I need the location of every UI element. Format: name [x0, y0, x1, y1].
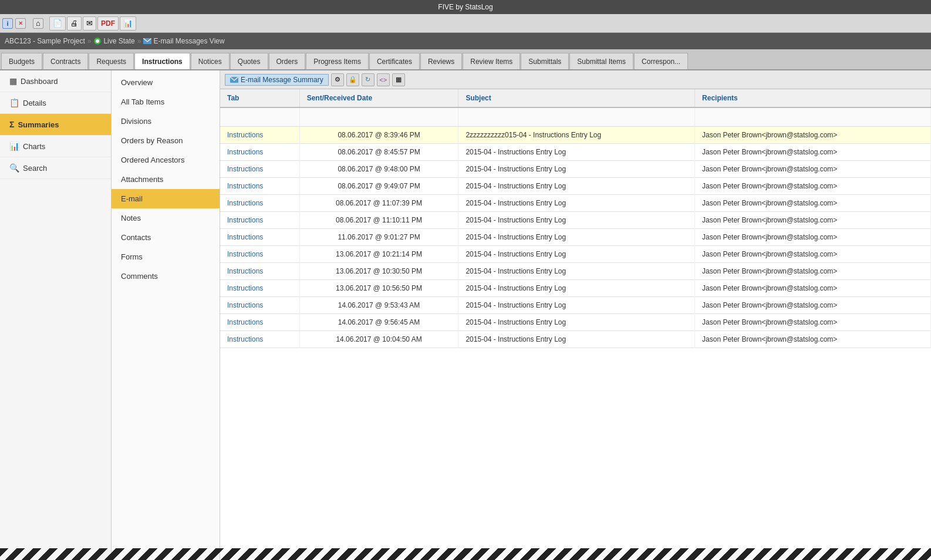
table-row[interactable]: Instructions08.06.2017 @ 8:39:46 PM2zzzz… [220, 126, 931, 143]
cell-tab: Instructions [220, 262, 299, 279]
tab-contracts[interactable]: Contracts [43, 53, 88, 69]
cell-date: 14.06.2017 @ 9:56:45 AM [299, 313, 458, 330]
tab-reviews[interactable]: Reviews [420, 53, 462, 69]
cell-tab: Instructions [220, 228, 299, 245]
cell-tab: Instructions [220, 279, 299, 296]
cell-date: 08.06.2017 @ 9:48:00 PM [299, 160, 458, 177]
view-breadcrumb[interactable]: E-mail Messages View [153, 37, 224, 45]
tab-submittal-items[interactable]: Submittal Items [569, 53, 633, 69]
cell-date: 13.06.2017 @ 10:21:14 PM [299, 245, 458, 262]
col-header-date: Sent/Received Date [299, 89, 458, 107]
chart-icon: 📊 [9, 141, 19, 151]
tab-correspon[interactable]: Correspon... [634, 53, 688, 69]
email-breadcrumb-icon [143, 38, 151, 44]
pdf-button[interactable]: PDF [97, 16, 119, 31]
tab-budgets[interactable]: Budgets [1, 53, 42, 69]
settings-button[interactable]: ⚙ [331, 73, 344, 86]
sep2: » [137, 37, 141, 45]
cell-tab: Instructions [220, 211, 299, 228]
live-state-icon [93, 37, 102, 45]
cell-recipients: Jason Peter Brown<jbrown@statslog.com> [695, 262, 931, 279]
tab-instructions[interactable]: Instructions [134, 53, 190, 69]
search-icon: 🔍 [9, 163, 19, 173]
cell-subject: 2015-04 - Instructions Entry Log [458, 262, 695, 279]
tab-requests[interactable]: Requests [89, 53, 134, 69]
cell-tab: Instructions [220, 330, 299, 348]
close-button[interactable]: ✕ [15, 18, 26, 29]
cell-subject: 2015-04 - Instructions Entry Log [458, 194, 695, 211]
breadcrumb-bar: ABC123 - Sample Project » Live State » E… [0, 33, 931, 49]
tab-review-items[interactable]: Review Items [463, 53, 520, 69]
home-button[interactable]: ⌂ [33, 18, 43, 29]
sidebar-label-details: Details [23, 99, 46, 107]
table-body: Instructions08.06.2017 @ 8:39:46 PM2zzzz… [220, 107, 931, 348]
sigma-icon: Σ [9, 120, 14, 129]
second-sidebar-comments[interactable]: Comments [112, 266, 220, 286]
cell-date: 08.06.2017 @ 8:39:46 PM [299, 126, 458, 143]
sidebar-item-search[interactable]: 🔍 Search [0, 157, 111, 179]
second-sidebar-all-tab-items[interactable]: All Tab Items [112, 92, 220, 112]
view-header: E-mail Message Summary ⚙ 🔒 ↻ <> ▦ [220, 70, 931, 89]
sidebar-item-dashboard[interactable]: ▦ Dashboard [0, 70, 111, 92]
refresh-button[interactable]: ↻ [362, 73, 375, 86]
second-sidebar-forms[interactable]: Forms [112, 247, 220, 266]
table-row[interactable]: Instructions08.06.2017 @ 11:07:39 PM2015… [220, 194, 931, 211]
tab-progress-items[interactable]: Progress Items [306, 53, 369, 69]
table-row[interactable]: Instructions08.06.2017 @ 9:49:07 PM2015-… [220, 177, 931, 194]
second-sidebar-attachments[interactable]: Attachments [112, 170, 220, 189]
cell-recipients: Jason Peter Brown<jbrown@statslog.com> [695, 313, 931, 330]
second-sidebar-email[interactable]: E-mail [112, 189, 220, 208]
table-row[interactable]: Instructions14.06.2017 @ 9:56:45 AM2015-… [220, 313, 931, 330]
tab-orders[interactable]: Orders [269, 53, 306, 69]
second-sidebar-contacts[interactable]: Contacts [112, 228, 220, 247]
table-row[interactable]: Instructions08.06.2017 @ 9:48:00 PM2015-… [220, 160, 931, 177]
report-button[interactable]: 📊 [120, 16, 136, 31]
table-row[interactable]: Instructions08.06.2017 @ 8:45:57 PM2015-… [220, 143, 931, 160]
cell-tab: Instructions [220, 194, 299, 211]
cell-tab: Instructions [220, 160, 299, 177]
table-row[interactable]: Instructions11.06.2017 @ 9:01:27 PM2015-… [220, 228, 931, 245]
sidebar-item-details[interactable]: 📋 Details [0, 92, 111, 114]
email-button[interactable]: ✉ [83, 16, 96, 31]
cell-tab: Instructions [220, 296, 299, 313]
print-button[interactable]: 🖨 [67, 16, 82, 31]
sidebar-label-dashboard: Dashboard [21, 77, 58, 86]
cell-recipients: Jason Peter Brown<jbrown@statslog.com> [695, 296, 931, 313]
view-title: E-mail Message Summary [241, 76, 323, 84]
col-header-recipients: Recipients [695, 89, 931, 107]
table-row[interactable]: Instructions13.06.2017 @ 10:56:50 PM2015… [220, 279, 931, 296]
table-row[interactable]: Instructions13.06.2017 @ 10:21:14 PM2015… [220, 245, 931, 262]
info-button[interactable]: i [2, 18, 13, 29]
state-breadcrumb[interactable]: Live State [103, 37, 134, 45]
cell-date: 13.06.2017 @ 10:56:50 PM [299, 279, 458, 296]
sep1: » [87, 37, 92, 45]
new-button[interactable]: 📄 [49, 16, 66, 31]
table-row[interactable]: Instructions08.06.2017 @ 11:10:11 PM2015… [220, 211, 931, 228]
cell-date: 08.06.2017 @ 11:07:39 PM [299, 194, 458, 211]
project-breadcrumb[interactable]: ABC123 - Sample Project [5, 37, 85, 45]
table-row[interactable]: Instructions13.06.2017 @ 10:30:50 PM2015… [220, 262, 931, 279]
second-sidebar-orders-by-reason[interactable]: Orders by Reason [112, 131, 220, 150]
sidebar-label-search: Search [23, 164, 47, 173]
table-row[interactable]: Instructions14.06.2017 @ 9:53:43 AM2015-… [220, 296, 931, 313]
tab-quotes[interactable]: Quotes [230, 53, 268, 69]
sidebar-item-summaries[interactable]: Σ Summaries [0, 114, 111, 136]
tab-certificates[interactable]: Certificates [369, 53, 420, 69]
col-header-subject: Subject [458, 89, 695, 107]
grid-view-button[interactable]: ▦ [392, 73, 405, 86]
main-content: E-mail Message Summary ⚙ 🔒 ↻ <> ▦ Tab Se… [220, 70, 931, 560]
lock-button[interactable]: 🔒 [346, 73, 359, 86]
tab-notices[interactable]: Notices [191, 53, 230, 69]
second-sidebar-overview[interactable]: Overview [112, 73, 220, 92]
second-sidebar-notes[interactable]: Notes [112, 208, 220, 228]
sidebar-item-charts[interactable]: 📊 Charts [0, 136, 111, 157]
cell-recipients: Jason Peter Brown<jbrown@statslog.com> [695, 330, 931, 348]
table-row[interactable]: Instructions14.06.2017 @ 10:04:50 AM2015… [220, 330, 931, 348]
app-title: FIVE by StatsLog [438, 3, 493, 11]
tab-submittals[interactable]: Submittals [521, 53, 569, 69]
sidebar-label-charts: Charts [23, 142, 45, 151]
second-sidebar-ordered-ancestors[interactable]: Ordered Ancestors [112, 150, 220, 170]
code-button[interactable]: <> [377, 73, 390, 86]
second-sidebar-divisions[interactable]: Divisions [112, 112, 220, 131]
second-sidebar: Overview All Tab Items Divisions Orders … [112, 70, 220, 560]
